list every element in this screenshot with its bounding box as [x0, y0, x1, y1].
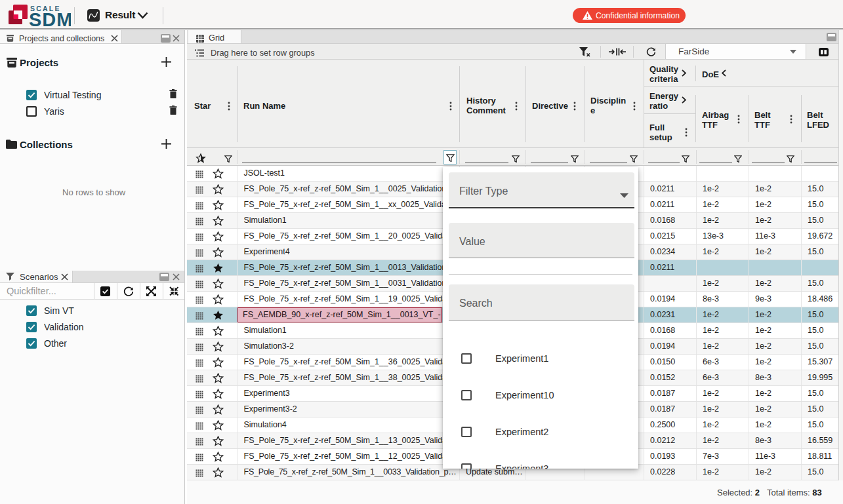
svg-text:SDM: SDM: [29, 9, 71, 28]
